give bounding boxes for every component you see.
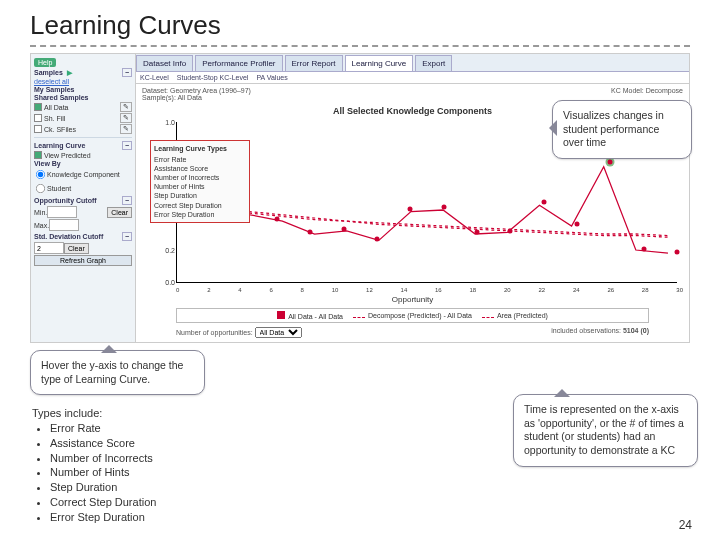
tab-learning-curve[interactable]: Learning Curve [345, 55, 414, 71]
data-point[interactable] [441, 205, 446, 210]
lc-heading: Learning Curve [34, 142, 85, 149]
filter-kcmodel[interactable]: KC Model: Decompose [611, 87, 683, 101]
lc-type-item[interactable]: Number of Incorrects [154, 173, 246, 182]
edit-icon[interactable]: ✎ [120, 113, 132, 123]
refresh-button[interactable]: Refresh Graph [34, 255, 132, 266]
lc-type-item[interactable]: Number of Hints [154, 182, 246, 191]
shared-samples-heading: Shared Samples [34, 94, 132, 101]
filter-dataset: Dataset: Geometry Area (1996–97) [142, 87, 251, 94]
radio-student[interactable] [36, 184, 45, 193]
toggle-icon[interactable]: − [122, 232, 132, 241]
view-predicted-label: View Predicted [44, 152, 91, 159]
filter-sample: Sample(s): All Data [142, 94, 251, 101]
deselect-link[interactable]: deselect all [34, 78, 69, 85]
sample-item[interactable]: Sh. Fill [44, 115, 65, 122]
tab-dataset-info[interactable]: Dataset Info [136, 55, 193, 71]
std-input[interactable] [34, 242, 64, 254]
legend: All Data - All Data Decompose (Predicted… [176, 308, 649, 323]
data-point[interactable] [575, 221, 580, 226]
data-point[interactable] [608, 160, 613, 165]
x-axis-label: Opportunity [136, 295, 689, 304]
view-by-label: View By [34, 160, 132, 167]
min-input[interactable] [47, 206, 77, 218]
main-panel: Dataset Info Performance Profiler Error … [136, 54, 689, 342]
data-point[interactable] [641, 246, 646, 251]
radio-kc[interactable] [36, 170, 45, 179]
legend-item: Decompose (Predicted) - All Data [368, 312, 472, 319]
max-label: Max. [34, 222, 49, 229]
data-point[interactable] [475, 230, 480, 235]
lc-types-heading: Learning Curve Types [154, 144, 246, 153]
footer-left-label: Number of opportunities: [176, 329, 253, 336]
lc-type-item[interactable]: Correct Step Duration [154, 201, 246, 210]
radio-student-label: Student [47, 185, 71, 192]
samples-heading: Samples [34, 69, 63, 76]
list-item: Assistance Score [50, 436, 156, 451]
subtab[interactable]: Student-Stop KC-Level [177, 74, 249, 81]
toggle-icon[interactable]: − [122, 196, 132, 205]
sample-all-data[interactable]: All Data [44, 104, 69, 111]
types-list: Types include: Error Rate Assistance Sco… [32, 406, 156, 525]
subtab[interactable]: PA Values [256, 74, 287, 81]
lc-type-item[interactable]: Error Rate [154, 155, 246, 164]
list-item: Error Rate [50, 421, 156, 436]
list-item: Correct Step Duration [50, 495, 156, 510]
callout-top-right: Visualizes changes in student performanc… [552, 100, 692, 159]
tab-export[interactable]: Export [415, 55, 452, 71]
data-point[interactable] [675, 250, 680, 255]
data-point[interactable] [308, 230, 313, 235]
radio-kc-label: Knowledge Component [47, 171, 120, 178]
callout-bottom-right: Time is represented on the x-axis as 'op… [513, 394, 698, 467]
data-point[interactable] [508, 228, 513, 233]
lc-type-item[interactable]: Error Step Duration [154, 210, 246, 219]
page-title: Learning Curves [0, 0, 720, 45]
x-ticks: 024681012141618202224262830 [176, 287, 683, 293]
sample-item[interactable]: Ck. SFiles [44, 126, 76, 133]
clear-button[interactable]: Clear [64, 243, 89, 254]
types-intro: Types include: [32, 406, 156, 421]
min-label: Min. [34, 209, 47, 216]
list-item: Number of Hints [50, 465, 156, 480]
tabs: Dataset Info Performance Profiler Error … [136, 54, 689, 72]
lc-type-item[interactable]: Assistance Score [154, 164, 246, 173]
toggle-icon[interactable]: − [122, 141, 132, 150]
subtab[interactable]: KC-Level [140, 74, 169, 81]
checkbox[interactable] [34, 125, 42, 133]
tab-error-report[interactable]: Error Report [285, 55, 343, 71]
list-item: Error Step Duration [50, 510, 156, 525]
clear-button[interactable]: Clear [107, 207, 132, 218]
edit-icon[interactable]: ✎ [120, 124, 132, 134]
title-divider [30, 45, 690, 47]
sidebar: Help Samples ▶− deselect all My Samples … [31, 54, 136, 342]
edit-icon[interactable]: ✎ [120, 102, 132, 112]
lc-type-item[interactable]: Step Duration [154, 191, 246, 200]
chart-footer: Number of opportunities: All Data includ… [136, 325, 689, 342]
my-samples-heading: My Samples [34, 86, 132, 93]
std-cutoff-label: Std. Deviation Cutoff [34, 233, 103, 240]
lc-types-popup[interactable]: Learning Curve Types Error Rate Assistan… [150, 140, 250, 223]
checkbox[interactable] [34, 103, 42, 111]
help-button[interactable]: Help [34, 58, 56, 67]
data-point[interactable] [275, 216, 280, 221]
tab-performance-profiler[interactable]: Performance Profiler [195, 55, 282, 71]
subtabs: KC-Level Student-Stop KC-Level PA Values [136, 72, 689, 84]
screenshot-panel: Help Samples ▶− deselect all My Samples … [30, 53, 690, 343]
footer-value: 5104 (0) [623, 327, 649, 334]
legend-item: Area (Predicted) [497, 312, 548, 319]
checkbox-view-predicted[interactable] [34, 151, 42, 159]
list-item: Step Duration [50, 480, 156, 495]
data-point[interactable] [341, 226, 346, 231]
data-point[interactable] [375, 236, 380, 241]
data-point[interactable] [408, 206, 413, 211]
max-input[interactable] [49, 219, 79, 231]
toggle-icon[interactable]: − [122, 68, 132, 77]
checkbox[interactable] [34, 114, 42, 122]
legend-item: All Data - All Data [288, 313, 343, 320]
data-point[interactable] [541, 200, 546, 205]
callout-left: Hover the y-axis to change the type of L… [30, 350, 205, 395]
footer-dropdown[interactable]: All Data [255, 327, 302, 338]
footer-right-label: included observations: [551, 327, 621, 334]
slide-number: 24 [679, 518, 692, 532]
opp-cutoff-label: Opportunity Cutoff [34, 197, 97, 204]
list-item: Number of Incorrects [50, 451, 156, 466]
